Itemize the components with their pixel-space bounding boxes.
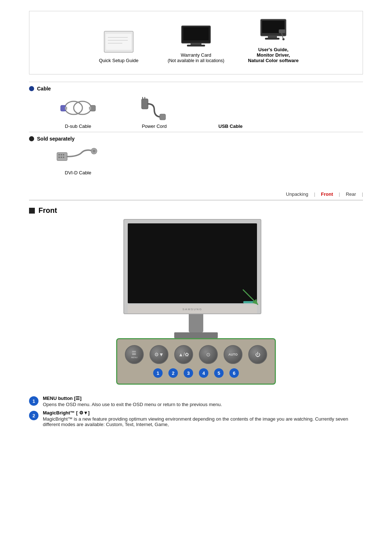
sold-separately-header: Sold separately <box>29 136 363 142</box>
svg-rect-21 <box>89 107 91 110</box>
num-badge-3: 3 <box>184 368 193 378</box>
controls-panel: ☰ MENU ⚙▼ ▲/✿ <box>116 338 276 385</box>
svg-rect-30 <box>58 157 60 158</box>
usb-cable-icon <box>220 106 241 121</box>
sold-separately-bullet <box>29 136 34 141</box>
page-container: Quick Setup Guide Warranty Card(Not avai… <box>0 0 392 441</box>
svg-rect-31 <box>61 157 62 158</box>
users-guide-label: User's Guide,Monitor Driver,Natural Colo… <box>248 47 298 63</box>
item-usb-cable: USB Cable <box>203 106 258 129</box>
divider-1 <box>29 82 363 82</box>
monitor-brand: SAMSUNG <box>128 305 257 313</box>
usb-cable-label: USB Cable <box>219 123 242 129</box>
svg-rect-18 <box>61 105 66 111</box>
svg-rect-26 <box>57 153 67 161</box>
svg-point-34 <box>93 150 95 153</box>
front-title: Front <box>38 206 57 215</box>
svg-rect-32 <box>63 157 64 158</box>
desc-content-1: MENU button [☰] Opens the OSD menu. Also… <box>43 396 363 407</box>
power-button[interactable]: ⏻ <box>248 345 267 364</box>
numbers-row: 1 2 3 4 5 6 <box>153 368 239 378</box>
num-badge-1: 1 <box>153 368 163 378</box>
desc-badge-2: 2 <box>29 411 38 420</box>
dsub-cable-label: D-sub Cable <box>65 123 91 129</box>
svg-point-15 <box>282 38 285 40</box>
tab-front[interactable]: Front <box>315 190 339 198</box>
item-quick-setup-guide: Quick Setup Guide <box>91 29 146 63</box>
power-cord-icon <box>140 95 169 121</box>
enter-button[interactable]: ⊙ <box>199 345 218 364</box>
svg-rect-13 <box>279 29 285 33</box>
sold-separately-row: DVI-D Cable <box>51 145 363 175</box>
dsub-cable-icon <box>60 95 96 121</box>
monitor-stand <box>189 314 203 332</box>
up-brightness-button[interactable]: ▲/✿ <box>174 345 193 364</box>
item-dsub-cable: D-sub Cable <box>51 95 105 129</box>
dvid-cable-icon <box>56 145 100 167</box>
quick-setup-guide-icon <box>101 29 137 55</box>
svg-rect-27 <box>58 154 60 155</box>
tab-unpacking[interactable]: Unpacking <box>280 190 314 198</box>
num-badge-6: 6 <box>229 368 239 378</box>
monitor-base <box>174 332 218 338</box>
desc-badge-1: 1 <box>29 396 38 406</box>
menu-button[interactable]: ☰ MENU <box>125 345 144 364</box>
magicbright-button[interactable]: ⚙▼ <box>150 345 168 364</box>
power-cord-label: Power Cord <box>142 123 167 129</box>
warranty-card-icon <box>180 24 212 49</box>
num-badge-4: 4 <box>199 368 208 378</box>
desc-content-2: MagicBright™ [ ⚙▼] MagicBright™ is a new… <box>43 410 363 427</box>
nav-sep-3: | <box>362 192 363 197</box>
svg-rect-19 <box>65 107 67 110</box>
item-warranty-card: Warranty Card(Not available in all locat… <box>168 24 224 63</box>
svg-rect-8 <box>187 45 205 46</box>
desc-row-1: 1 MENU button [☰] Opens the OSD menu. Al… <box>29 396 363 407</box>
cable-label: Cable <box>37 86 51 92</box>
desc-title-2: MagicBright™ [ ⚙▼] <box>43 410 363 416</box>
tab-rear[interactable]: Rear <box>340 190 362 198</box>
front-section-header: Front <box>29 206 363 215</box>
warranty-card-label: Warranty Card(Not available in all locat… <box>168 52 224 63</box>
desc-text-1: Opens the OSD menu. Also use to exit the… <box>43 402 363 407</box>
svg-rect-1 <box>106 34 131 50</box>
svg-rect-12 <box>265 38 279 40</box>
items-section: Quick Setup Guide Warranty Card(Not avai… <box>29 11 363 74</box>
item-dvid-cable: DVI-D Cable <box>51 145 105 175</box>
desc-text-2: MagicBright™ is a new feature providing … <box>43 416 363 427</box>
item-power-cord: Power Cord <box>127 95 181 129</box>
cable-bullet <box>29 86 34 91</box>
svg-rect-25 <box>160 114 166 120</box>
auto-button[interactable]: AUTO <box>224 345 242 364</box>
svg-rect-29 <box>63 154 64 155</box>
divider-2 <box>29 132 363 132</box>
quick-setup-guide-label: Quick Setup Guide <box>99 58 138 63</box>
svg-rect-28 <box>61 154 62 155</box>
front-icon <box>29 208 35 214</box>
monitor-screen <box>128 223 257 303</box>
monitor-container: SAMSUNG ☰ MENU <box>29 219 363 388</box>
sold-separately-label: Sold separately <box>37 136 75 142</box>
desc-row-2: 2 MagicBright™ [ ⚙▼] MagicBright™ is a n… <box>29 410 363 427</box>
num-badge-5: 5 <box>214 368 224 378</box>
nav-tabs: Unpacking | Front | Rear | <box>29 190 363 200</box>
items-row: Quick Setup Guide Warranty Card(Not avai… <box>37 19 355 63</box>
buttons-row: ☰ MENU ⚙▼ ▲/✿ <box>125 345 267 364</box>
users-guide-icon <box>257 19 290 44</box>
green-arrow <box>240 286 261 309</box>
dvid-cable-label: DVI-D Cable <box>65 170 91 175</box>
svg-rect-20 <box>90 105 95 111</box>
svg-rect-6 <box>183 27 209 40</box>
item-users-guide: User's Guide,Monitor Driver,Natural Colo… <box>246 19 301 63</box>
desc-title-1: MENU button [☰] <box>43 396 363 401</box>
cable-row: D-sub Cable Power Cord USB Cable <box>51 95 363 129</box>
svg-rect-22 <box>142 99 148 109</box>
num-badge-2: 2 <box>168 368 178 378</box>
cable-section-header: Cable <box>29 86 363 92</box>
